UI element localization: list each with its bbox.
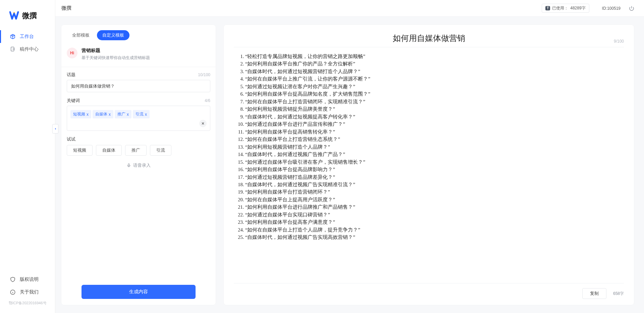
generate-button[interactable]: 生成内容 [82, 285, 196, 299]
result-line: “如何利用自媒体平台提高品牌影响力？” [245, 166, 624, 173]
tab-custom-templates[interactable]: 自定义模板 [97, 30, 129, 40]
suggest-label: 试试 [67, 136, 210, 142]
result-line: “如何利用自媒体平台打造营销闭环？” [245, 188, 624, 196]
remove-tag-icon[interactable]: x [145, 112, 147, 117]
topic-label: 话题 [67, 72, 75, 78]
result-line: “如何利用短视频营销提升品牌美誉度？” [245, 105, 624, 113]
nav-drafts-label: 稿件中心 [20, 46, 39, 52]
info-icon [10, 289, 16, 295]
voice-label: 语音录入 [133, 162, 151, 168]
keywords-counter: 4/6 [205, 98, 210, 103]
suggest-chip[interactable]: 推广 [125, 145, 147, 156]
text-badge-icon: T [545, 6, 550, 10]
topbar: 微撰 T 已使用： 48289字 ID:100519 [55, 0, 644, 17]
primary-nav: 工作台 稿件中心 [0, 29, 55, 57]
result-line: “轻松打造专属品牌短视频，让你的营销之路更加顺畅” [245, 53, 624, 60]
result-line: “自媒体时代，如何通过短视频营销打造个人品牌？” [245, 68, 624, 75]
account-id: ID:100519 [602, 6, 621, 11]
keyword-tag[interactable]: 推广 x [115, 110, 131, 118]
result-line: “如何通过自媒体平台实现口碑营销？” [245, 211, 624, 218]
keywords-label: 关键词 [67, 98, 80, 104]
result-line: “如何在自媒体平台上打造个人品牌，提升竞争力？” [245, 226, 624, 233]
tab-all-templates[interactable]: 全部模板 [67, 30, 95, 40]
usage-label: 已使用： [552, 5, 568, 11]
result-line: “自媒体时代，如何通过视频广告实现精准引流？” [245, 181, 624, 188]
nav-about[interactable]: 关于我们 [0, 286, 55, 299]
result-line: “自媒体时代，如何通过视频广告实现高效营销？” [245, 233, 624, 241]
topic-input[interactable] [67, 80, 210, 92]
sidebar: 微撰 工作台 稿件中心 版权说明 关于我们 鄂ICP备2022016946号 [0, 0, 55, 313]
keyword-tag[interactable]: 自媒体 x [93, 110, 113, 118]
result-line: “如何利用自媒体平台进行品牌推广和产品销售？” [245, 203, 624, 211]
mic-icon [126, 163, 131, 168]
result-title-counter: 9/100 [604, 39, 624, 44]
template-header: Hi 营销标题 基于关键词快速帮你自动生成营销标题 [61, 46, 216, 67]
keyword-tag[interactable]: 引流 x [133, 110, 150, 118]
template-tabs: 全部模板 自定义模板 [61, 30, 216, 46]
copy-button[interactable]: 复制 [582, 288, 606, 299]
remove-tag-icon[interactable]: x [127, 112, 129, 117]
suggest-chip[interactable]: 短视频 [67, 145, 93, 156]
divider [61, 67, 216, 67]
divider [234, 47, 624, 47]
nav-drafts[interactable]: 稿件中心 [0, 43, 55, 56]
template-title: 营销标题 [82, 48, 150, 54]
result-line: “如何在自媒体平台上提高用户活跃度？” [245, 196, 624, 203]
suggest-chip[interactable]: 自媒体 [96, 145, 122, 156]
result-line: “如何通过自媒体平台吸引潜在客户，实现销售增长？” [245, 158, 624, 166]
keyword-tag[interactable]: 短视频 x [70, 110, 91, 118]
sidebar-bottom: 版权说明 关于我们 鄂ICP备2022016946号 [0, 273, 55, 313]
chevron-left-icon [54, 127, 57, 131]
svg-text:微撰: 微撰 [22, 11, 37, 20]
result-line: “如何利用自媒体平台提高销售转化率？” [245, 128, 624, 136]
icp-text: 鄂ICP备2022016946号 [0, 299, 55, 310]
result-panel: 如何用自媒体做营销 9/100 “轻松打造专属品牌短视频，让你的营销之路更加顺畅… [224, 25, 634, 305]
shield-icon [10, 276, 16, 282]
result-line: “自媒体时代，如何通过视频广告推广产品？” [245, 151, 624, 158]
clear-tags-button[interactable] [199, 120, 207, 127]
result-line: “如何通过自媒体平台进行产品宣传和推广？” [245, 120, 624, 128]
svg-rect-3 [128, 164, 129, 166]
result-line: “如何利用自媒体平台提高品牌知名度，扩大销售范围？” [245, 90, 624, 98]
template-desc: 基于关键词快速帮你自动生成营销标题 [82, 55, 150, 61]
result-line: “如何利用短视频营销打造个人品牌？” [245, 143, 624, 151]
result-title: 如何用自媒体做营销 [254, 33, 604, 44]
suggest-chip[interactable]: 引流 [150, 145, 171, 156]
usage-value: 48289字 [570, 5, 585, 11]
document-out-icon [10, 46, 16, 52]
keywords-box[interactable]: 短视频 x自媒体 x推广 x引流 x [67, 106, 210, 131]
template-badge-icon: Hi [67, 48, 77, 58]
remove-tag-icon[interactable]: x [87, 112, 89, 117]
power-icon[interactable] [629, 5, 635, 11]
nav-workspace-label: 工作台 [20, 34, 34, 40]
remove-tag-icon[interactable]: x [109, 112, 111, 117]
usage-chip[interactable]: T 已使用： 48289字 [542, 4, 589, 13]
sidebar-collapse-handle[interactable] [52, 124, 58, 134]
result-line: “自媒体时代，如何通过短视频提高客户转化率？” [245, 113, 624, 120]
nav-copyright-label: 版权说明 [20, 276, 39, 282]
brand-logo: 微撰 [0, 0, 55, 29]
topbar-title: 微撰 [61, 5, 71, 11]
result-line: “如何利用自媒体平台提高客户满意度？” [245, 218, 624, 226]
result-line: “如何通过短视频让潜在客户对你产品产生兴趣？” [245, 83, 624, 90]
suggest-row: 短视频自媒体推广引流 [67, 145, 210, 156]
nav-about-label: 关于我们 [20, 289, 39, 295]
result-body: “轻松打造专属品牌短视频，让你的营销之路更加顺畅”“如何利用自媒体平台推广你的产… [234, 53, 624, 283]
result-word-count: 658字 [613, 291, 624, 297]
nav-workspace[interactable]: 工作台 [0, 30, 55, 43]
voice-input-button[interactable]: 语音录入 [61, 156, 216, 168]
result-line: “如何通过短视频营销打造品牌差异化？” [245, 173, 624, 181]
form-panel: 全部模板 自定义模板 Hi 营销标题 基于关键词快速帮你自动生成营销标题 话题 … [61, 25, 216, 305]
result-line: “如何在自媒体平台上推广引流，让你的客户源源不断？” [245, 75, 624, 83]
result-line: “如何在自媒体平台上打造营销生态系统？” [245, 136, 624, 143]
result-line: “如何利用自媒体平台推广你的产品？全方位解析” [245, 60, 624, 67]
close-icon [201, 121, 205, 125]
result-line: “如何在自媒体平台上打造营销闭环，实现精准引流？” [245, 98, 624, 105]
topic-counter: 10/100 [198, 72, 210, 77]
cube-icon [10, 34, 16, 40]
nav-copyright[interactable]: 版权说明 [0, 273, 55, 286]
